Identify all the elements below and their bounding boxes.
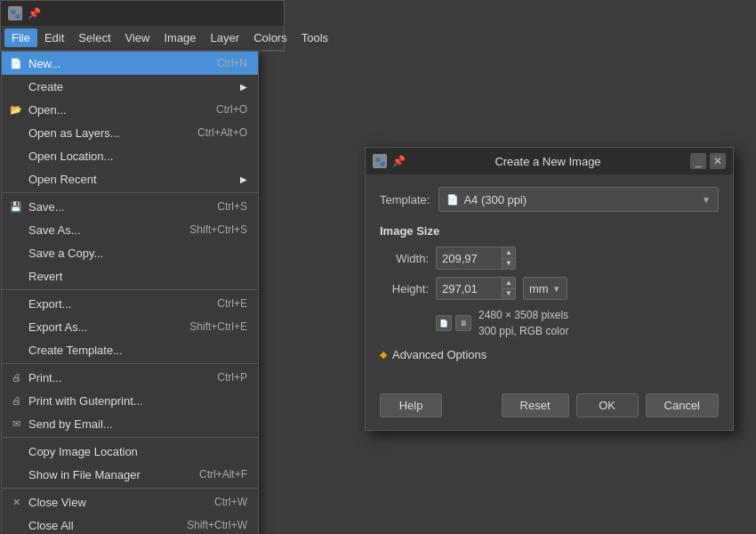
height-label: Height: bbox=[380, 282, 429, 295]
reset-button[interactable]: Reset bbox=[502, 393, 569, 417]
menu-item-export-label: Export... bbox=[28, 297, 199, 311]
menu-item-close-all-label: Close All bbox=[28, 519, 169, 532]
width-label: Width: bbox=[380, 252, 429, 265]
menu-item-open-recent-label: Open Recent bbox=[28, 173, 237, 186]
menu-item-export[interactable]: Export... Ctrl+E bbox=[2, 292, 258, 315]
send-email-icon: ✉ bbox=[9, 417, 23, 431]
help-button[interactable]: Help bbox=[380, 393, 442, 417]
height-input[interactable] bbox=[437, 280, 502, 297]
menu-item-close-view-shortcut: Ctrl+W bbox=[214, 496, 247, 508]
app-icon: 🐾 bbox=[8, 6, 22, 20]
separator-5 bbox=[2, 488, 258, 489]
menu-item-print-label: Print... bbox=[28, 371, 199, 384]
new-icon: 📄 bbox=[9, 56, 23, 70]
dialog-close-button[interactable]: ✕ bbox=[710, 153, 726, 169]
menu-image[interactable]: Image bbox=[157, 28, 203, 47]
separator-2 bbox=[2, 289, 258, 290]
menu-item-save-label: Save... bbox=[28, 200, 199, 214]
dialog-title-bar: 🐾 📌 Create a New Image _ ✕ bbox=[366, 148, 733, 174]
menu-item-export-as[interactable]: Export As... Shift+Ctrl+E bbox=[2, 315, 258, 338]
menu-item-open-recent[interactable]: Open Recent ▶ bbox=[2, 167, 258, 190]
menu-item-open[interactable]: 📂 Open... Ctrl+O bbox=[2, 98, 258, 121]
width-input[interactable] bbox=[437, 250, 502, 267]
menu-item-show-manager-shortcut: Ctrl+Alt+F bbox=[199, 468, 247, 481]
menu-item-copy-location[interactable]: Copy Image Location bbox=[2, 440, 258, 463]
unit-value: mm bbox=[529, 282, 549, 295]
width-spin-buttons: ▲ ▼ bbox=[502, 247, 515, 269]
height-spin-buttons: ▲ ▼ bbox=[502, 278, 515, 299]
menu-item-close-all[interactable]: Close All Shift+Ctrl+W bbox=[2, 514, 258, 534]
menu-item-new[interactable]: 📄 New... Ctrl+N bbox=[2, 52, 258, 75]
menu-item-print-shortcut: Ctrl+P bbox=[217, 371, 247, 384]
print-guten-icon: 🖨 bbox=[9, 393, 23, 408]
menu-item-save-copy-label: Save a Copy... bbox=[28, 247, 247, 260]
menu-item-create-label: Create bbox=[28, 80, 237, 93]
template-dropdown-arrow-icon: ▼ bbox=[702, 195, 711, 205]
menu-item-send-email[interactable]: ✉ Send by Email... bbox=[2, 412, 258, 435]
height-decrement-button[interactable]: ▼ bbox=[503, 289, 515, 300]
info-text: 2480 × 3508 pixels 300 ppi, RGB color bbox=[479, 307, 568, 339]
menu-item-create[interactable]: Create ▶ bbox=[2, 75, 258, 98]
ok-button[interactable]: OK bbox=[576, 393, 639, 417]
width-decrement-button[interactable]: ▼ bbox=[503, 259, 515, 270]
menu-item-print-guten-label: Print with Gutenprint... bbox=[28, 394, 247, 408]
menu-file[interactable]: File bbox=[4, 28, 37, 47]
close-view-icon: ✕ bbox=[9, 495, 23, 509]
info-resolution: 300 ppi, RGB color bbox=[479, 323, 568, 339]
menu-item-copy-location-label: Copy Image Location bbox=[28, 445, 247, 458]
dialog-actions: Help Reset OK Cancel bbox=[366, 386, 733, 430]
menu-item-save-copy[interactable]: Save a Copy... bbox=[2, 241, 258, 264]
dialog-app-icon: 🐾 bbox=[373, 154, 387, 168]
pin-icon: 📌 bbox=[28, 7, 41, 20]
unit-select[interactable]: mm ▼ bbox=[523, 277, 567, 300]
template-icon: 📄 bbox=[446, 194, 459, 206]
menu-item-save[interactable]: 💾 Save... Ctrl+S bbox=[2, 195, 258, 218]
menu-view[interactable]: View bbox=[118, 28, 157, 47]
menu-item-show-manager[interactable]: Show in File Manager Ctrl+Alt+F bbox=[2, 463, 258, 486]
create-new-image-dialog: 🐾 📌 Create a New Image _ ✕ Template: 📄 A… bbox=[365, 147, 734, 431]
width-row: Width: ▲ ▼ bbox=[380, 247, 719, 270]
dialog-minimize-button[interactable]: _ bbox=[690, 153, 706, 169]
height-increment-button[interactable]: ▲ bbox=[503, 278, 515, 289]
template-select[interactable]: 📄 A4 (300 ppi) ▼ bbox=[438, 187, 719, 212]
open-recent-arrow-icon: ▶ bbox=[240, 174, 247, 184]
menu-item-export-as-shortcut: Shift+Ctrl+E bbox=[189, 320, 247, 333]
separator-3 bbox=[2, 363, 258, 364]
landscape-icon: 🖥 bbox=[455, 315, 471, 331]
cancel-button[interactable]: Cancel bbox=[646, 393, 719, 417]
menu-item-print[interactable]: 🖨 Print... Ctrl+P bbox=[2, 366, 258, 389]
menu-edit[interactable]: Edit bbox=[37, 28, 71, 47]
menu-layer[interactable]: Layer bbox=[204, 28, 247, 47]
menu-colors[interactable]: Colors bbox=[246, 28, 294, 47]
menu-item-open-shortcut: Ctrl+O bbox=[216, 103, 247, 116]
menu-item-close-view-label: Close View bbox=[28, 496, 197, 509]
menu-item-close-view[interactable]: ✕ Close View Ctrl+W bbox=[2, 490, 258, 514]
menu-item-new-shortcut: Ctrl+N bbox=[217, 57, 247, 69]
menu-item-revert[interactable]: Revert bbox=[2, 264, 258, 287]
height-spinbox[interactable]: ▲ ▼ bbox=[436, 277, 516, 300]
save-icon: 💾 bbox=[9, 199, 23, 214]
menu-select[interactable]: Select bbox=[71, 28, 117, 47]
advanced-options-row[interactable]: ◆ Advanced Options bbox=[380, 348, 719, 361]
menu-item-save-as[interactable]: Save As... Shift+Ctrl+S bbox=[2, 218, 258, 241]
width-spinbox[interactable]: ▲ ▼ bbox=[436, 247, 516, 270]
menu-item-open-location-label: Open Location... bbox=[28, 150, 247, 163]
print-icon: 🖨 bbox=[9, 370, 23, 384]
width-increment-button[interactable]: ▲ bbox=[503, 247, 515, 259]
separator-4 bbox=[2, 437, 258, 438]
menu-item-create-template[interactable]: Create Template... bbox=[2, 338, 258, 361]
menu-item-close-all-shortcut: Shift+Ctrl+W bbox=[187, 519, 247, 531]
create-arrow-icon: ▶ bbox=[240, 82, 247, 92]
dialog-body: Template: 📄 A4 (300 ppi) ▼ Image Size Wi… bbox=[366, 174, 733, 386]
menu-item-send-email-label: Send by Email... bbox=[28, 417, 247, 431]
menu-tools[interactable]: Tools bbox=[294, 28, 335, 47]
menu-item-create-template-label: Create Template... bbox=[28, 344, 247, 357]
dialog-controls: _ ✕ bbox=[690, 153, 726, 169]
dialog-pin-icon: 📌 bbox=[392, 155, 406, 167]
menu-item-open-location[interactable]: Open Location... bbox=[2, 144, 258, 167]
template-label: Template: bbox=[380, 193, 430, 206]
menu-item-open-layers[interactable]: Open as Layers... Ctrl+Alt+O bbox=[2, 121, 258, 144]
menu-item-open-layers-shortcut: Ctrl+Alt+O bbox=[197, 126, 247, 139]
menu-item-print-guten[interactable]: 🖨 Print with Gutenprint... bbox=[2, 389, 258, 412]
template-row: Template: 📄 A4 (300 ppi) ▼ bbox=[380, 187, 719, 212]
